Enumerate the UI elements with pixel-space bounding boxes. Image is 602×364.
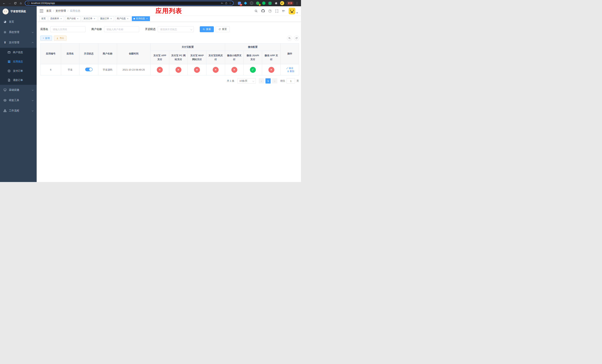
payment-submenu: 商户信息 应用信息 [0,48,37,85]
breadcrumb-current: 应用信息 [70,9,80,13]
delete-button[interactable]: 删除 [287,70,294,73]
tab-refund-order[interactable]: 退款订单 × [98,16,114,21]
close-icon[interactable]: × [93,17,96,20]
app-name-label: 应用名 [40,28,48,31]
close-icon[interactable]: × [76,17,79,20]
delete-icon [287,70,289,72]
github-icon[interactable] [261,9,265,13]
address-bar[interactable]: i localhost:1024/pay/app ☆ [25,1,234,6]
fullscreen-icon[interactable] [275,10,279,13]
extension-icon-2[interactable] [243,1,247,5]
extension-icon-1[interactable]: 10 [237,1,241,5]
goto-page-input[interactable] [287,78,295,84]
tab-merchant-info[interactable]: 商户信息 × [115,16,131,21]
merchant-name-input[interactable] [104,26,139,32]
merchant-name-label: 商户名称 [91,28,102,31]
close-icon[interactable]: × [127,17,129,20]
col-wechat-mini: 微信小程序支付 [225,51,244,64]
sidebar-item-system[interactable]: 系统管理 [0,27,37,37]
sidebar-item-dev-tools[interactable]: 研发工具 [0,95,37,106]
search-form: 应用名 商户名称 开启状态 [40,26,299,32]
page-number-1[interactable]: 1 [266,78,271,84]
page-size-select[interactable]: 10条/页 [237,78,256,84]
page-title-annotation: 应用列表 [155,7,182,15]
tab-user-group[interactable]: 用户分组 × [65,16,81,21]
app-name-input[interactable] [50,26,86,32]
browser-toolbar: ← → ⌂ i localhost:1024/pay/app ☆ [0,0,301,6]
refresh-button[interactable] [294,36,299,41]
puzzle-extensions-icon[interactable] [274,1,278,5]
config-status-icon: × [157,67,163,73]
status-toggle[interactable] [85,68,93,71]
extension-icon-6[interactable] [268,1,272,5]
app-grid-icon [7,60,11,63]
reload-icon[interactable] [13,0,18,6]
forward-icon[interactable]: → [7,0,12,6]
sidebar-item-home[interactable]: 首页 [0,17,37,27]
extension-icon-3[interactable] [249,1,254,5]
close-icon[interactable]: × [146,17,148,20]
config-status-icon: × [194,67,200,73]
export-button[interactable]: 导出 [54,36,66,41]
browser-menu-icon[interactable]: ⋮ [294,1,300,5]
sidebar-item-merchant-info[interactable]: 商户信息 [0,48,37,57]
col-wechat-app: 微信 APP 支付 [262,51,281,64]
cell-create-time: 2021-10-23 08:49:25 [117,64,150,75]
extension-icon-5[interactable] [262,1,266,5]
help-icon[interactable]: ? [269,10,272,13]
url-text: localhost:1024/pay/app [31,2,55,4]
close-icon[interactable]: × [60,17,62,20]
sidebar-item-workflow[interactable]: 工作流程 [0,106,37,116]
user-menu[interactable] [289,8,298,14]
sidebar: 芋道管理系统 首页 [0,6,37,182]
config-cell: × [225,64,244,75]
cell-app-name: 芋道 [61,64,79,75]
search-icon[interactable] [255,10,258,13]
config-status-icon: × [231,67,237,73]
config-cell: × [206,64,225,75]
reset-button[interactable]: 重置 [216,26,230,32]
status-select[interactable] [158,26,194,32]
extension-icon-4[interactable]: 1 [256,1,260,5]
profile-avatar[interactable] [280,1,284,5]
col-status: 开启状态 [79,43,98,64]
search-button[interactable]: 搜索 [200,26,214,32]
col-alipay-wap: 支付宝 WAP 网站支付 [188,51,206,64]
sidebar-item-pay-order[interactable]: 支付订单 [0,66,37,75]
site-info-icon[interactable]: i [27,2,30,4]
avatar [289,8,295,14]
tab-home[interactable]: 首页 [40,16,47,21]
tab-app-info[interactable]: 应用信息 × [132,16,150,21]
add-button[interactable]: + 新增 [40,36,52,41]
next-page-button[interactable]: › [272,78,277,84]
cell-app-id: 6 [41,64,61,75]
hamburger-icon[interactable] [40,10,43,12]
sidebar-item-infra[interactable]: 基础设施 [0,85,37,95]
prev-page-button[interactable]: ‹ [259,78,264,84]
config-cell: × [169,64,188,75]
tab-process-form[interactable]: 流程表单 × [49,16,64,21]
bookmark-star-icon[interactable]: ☆ [229,2,231,5]
font-size-icon[interactable]: TT [282,10,285,12]
sidebar-logo: 芋道管理系统 [0,6,37,17]
sidebar-item-app-info[interactable]: 应用信息 [0,57,37,66]
back-icon[interactable]: ← [1,0,7,6]
password-key-icon[interactable] [221,2,224,4]
col-create-time: 创建时间 [117,43,150,64]
sidebar-item-payment[interactable]: ¥ 支付管理 [0,37,37,48]
edit-button[interactable]: 修改 [286,67,293,70]
browser-update-button[interactable]: 更新 [286,1,294,5]
pagination-total: 共 1 条 [227,79,234,83]
toggle-search-button[interactable] [287,36,292,41]
share-icon[interactable] [225,2,227,4]
home-icon[interactable]: ⌂ [18,0,23,6]
close-icon[interactable]: × [110,17,112,20]
tab-pay-order[interactable]: 支付订单 × [82,16,97,21]
sidebar-item-refund-order[interactable]: 退款订单 [0,75,37,85]
col-alipay-app: 支付宝 APP 支付 [150,51,169,64]
extension-badge-1: 10 [239,4,242,6]
col-group-alipay: 支付宝配置 [150,43,225,51]
navbar-actions: ? TT [255,8,298,14]
breadcrumb-home[interactable]: 首页 [46,9,52,13]
breadcrumb-payment[interactable]: 支付管理 [55,9,66,13]
